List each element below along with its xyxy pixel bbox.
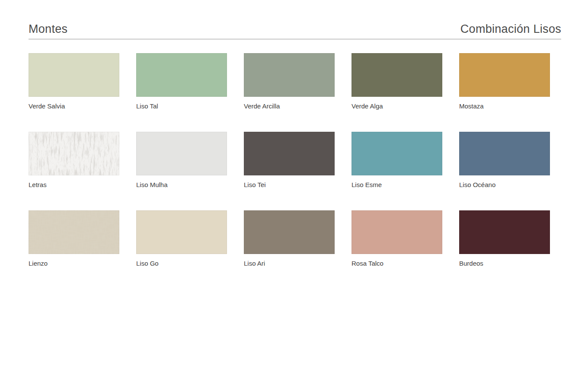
- swatch-color-liso-mulha: [136, 132, 227, 175]
- linen-texture: [29, 210, 119, 254]
- swatch-label: Rosa Talco: [352, 260, 442, 267]
- swatch-item-liso-tei: Liso Tei: [244, 132, 335, 189]
- swatch-color-verde-alga: [352, 53, 442, 97]
- swatch-label: Verde Salvia: [29, 102, 119, 110]
- swatch-label: Liso Tei: [244, 181, 335, 189]
- swatch-color-mostaza: [459, 53, 550, 97]
- swatch-label: Letras: [29, 181, 119, 189]
- swatch-item-lienzo: Lienzo: [29, 210, 119, 267]
- swatch-item-letras: Letras: [29, 132, 119, 189]
- swatch-label: Verde Alga: [352, 102, 442, 110]
- page-header: Montes Combinación Lisos: [29, 0, 561, 39]
- collection-title: Montes: [29, 23, 67, 36]
- swatch-item-verde-alga: Verde Alga: [352, 53, 442, 110]
- swatch-color-verde-salvia: [29, 53, 119, 97]
- page-title: Combinación Lisos: [460, 23, 561, 36]
- swatch-color-liso-esme: [352, 132, 442, 175]
- swatch-color-liso-tal: [136, 53, 227, 97]
- swatch-color-liso-ari: [244, 210, 335, 254]
- swatch-label: Liso Esme: [352, 181, 442, 189]
- swatch-color-letras: [29, 132, 119, 175]
- swatch-label: Liso Mulha: [136, 181, 227, 189]
- swatch-label: Verde Arcilla: [244, 102, 335, 110]
- swatch-label: Lienzo: [29, 260, 119, 267]
- swatch-color-lienzo: [29, 210, 119, 254]
- swatch-color-rosa-talco: [352, 210, 442, 254]
- swatch-label: Mostaza: [459, 102, 550, 110]
- swatch-label: Burdeos: [459, 260, 550, 267]
- swatch-item-liso-tal: Liso Tal: [136, 53, 227, 110]
- swatch-item-rosa-talco: Rosa Talco: [352, 210, 442, 267]
- swatch-item-verde-arcilla: Verde Arcilla: [244, 53, 335, 110]
- swatch-label: Liso Océano: [459, 181, 550, 189]
- swatch-grid: Verde Salvia Liso Tal Verde Arcilla Verd…: [29, 53, 550, 267]
- catalog-page: Montes Combinación Lisos Verde Salvia Li…: [0, 0, 588, 378]
- swatch-item-verde-salvia: Verde Salvia: [29, 53, 119, 110]
- swatch-color-burdeos: [459, 210, 550, 254]
- swatch-color-verde-arcilla: [244, 53, 335, 97]
- swatch-label: Liso Ari: [244, 260, 335, 267]
- swatch-item-mostaza: Mostaza: [459, 53, 550, 110]
- swatch-label: Liso Tal: [136, 102, 227, 110]
- swatch-item-burdeos: Burdeos: [459, 210, 550, 267]
- swatch-item-liso-oceano: Liso Océano: [459, 132, 550, 189]
- swatch-color-liso-oceano: [459, 132, 550, 175]
- swatch-item-liso-mulha: Liso Mulha: [136, 132, 227, 189]
- grunge-texture: [29, 132, 119, 175]
- swatch-color-liso-tei: [244, 132, 335, 175]
- swatch-color-liso-go: [136, 210, 227, 254]
- swatch-item-liso-go: Liso Go: [136, 210, 227, 267]
- swatch-label: Liso Go: [136, 260, 227, 267]
- swatch-item-liso-esme: Liso Esme: [352, 132, 442, 189]
- swatch-item-liso-ari: Liso Ari: [244, 210, 335, 267]
